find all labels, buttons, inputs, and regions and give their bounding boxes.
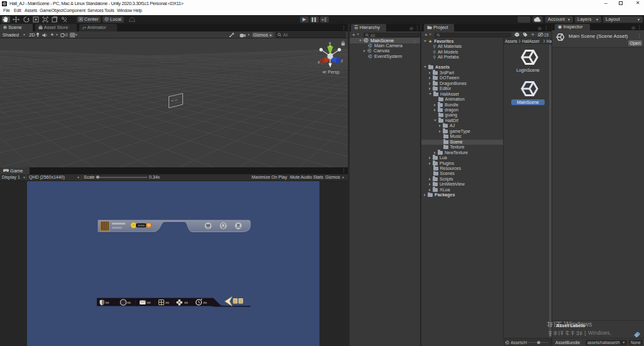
svg-text:z: z [341, 59, 343, 63]
svg-text:99999: 99999 [138, 224, 145, 227]
svg-text:x: x [318, 60, 320, 64]
svg-text:y: y [329, 41, 331, 46]
